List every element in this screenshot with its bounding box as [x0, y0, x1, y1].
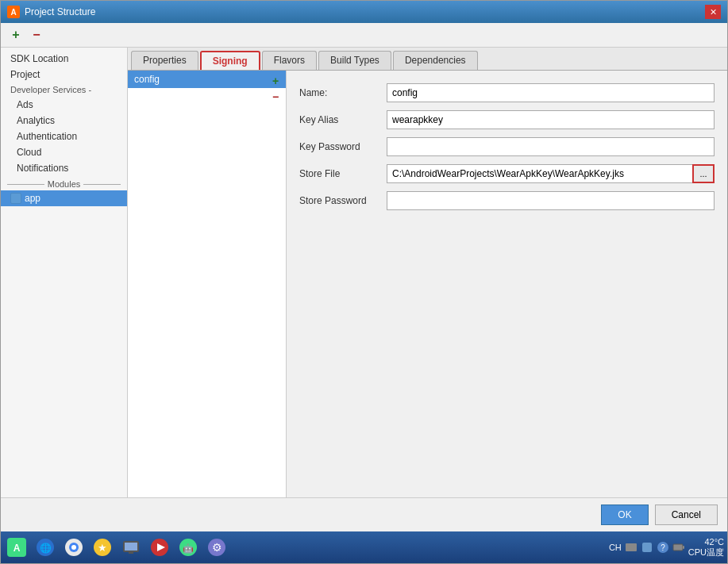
remove-button[interactable]: − — [28, 26, 45, 44]
details-panel: Name: Key Alias Key Password Sto — [287, 71, 727, 497]
tab-properties[interactable]: Properties — [131, 51, 198, 70]
taskbar-play-icon[interactable] — [147, 535, 172, 560]
svg-text:🤖: 🤖 — [183, 543, 194, 554]
key-password-input[interactable] — [387, 137, 715, 156]
config-item-config[interactable]: config — [128, 71, 286, 88]
svg-point-6 — [71, 545, 76, 550]
key-password-row: Key Password — [299, 137, 715, 156]
taskbar-settings-icon[interactable]: ⚙ — [204, 535, 229, 560]
browse-button[interactable]: ... — [692, 164, 715, 183]
svg-rect-22 — [673, 544, 683, 551]
close-button[interactable]: ✕ — [705, 5, 721, 19]
taskbar-android-icon[interactable]: A — [4, 535, 29, 560]
project-structure-window: A Project Structure ✕ + − SDK Location P… — [0, 0, 728, 564]
app-icon: A — [7, 6, 20, 18]
sidebar-item-analytics[interactable]: Analytics — [1, 113, 127, 129]
taskbar-android2-icon[interactable]: 🤖 — [175, 535, 201, 560]
store-password-label: Store Password — [299, 195, 387, 206]
window-title: Project Structure — [25, 6, 95, 17]
store-file-row: Store File ... — [299, 164, 715, 183]
config-list-actions: + − — [268, 74, 283, 104]
store-file-container: ... — [387, 164, 715, 183]
keyboard-icon — [625, 541, 637, 554]
svg-text:★: ★ — [98, 542, 107, 554]
config-list: config + − — [128, 71, 287, 497]
sidebar-item-cloud[interactable]: Cloud — [1, 144, 127, 160]
panel-body: config + − Name: — [128, 71, 727, 497]
right-panel: Properties Signing Flavors Build Types D… — [128, 48, 727, 497]
store-file-input[interactable] — [387, 164, 692, 183]
toolbar: + − — [1, 23, 727, 48]
svg-rect-23 — [683, 546, 684, 549]
sidebar: SDK Location Project Developer Services … — [1, 48, 128, 497]
svg-text:🌐: 🌐 — [40, 542, 52, 554]
taskbar: A 🌐 ★ 🤖 ⚙ CH ? 42°C — [1, 531, 727, 563]
taskbar-screen-icon[interactable] — [118, 535, 144, 560]
taskbar-clock: 42°C CPU温度 — [688, 537, 724, 558]
svg-text:A: A — [13, 543, 21, 554]
svg-text:?: ? — [661, 543, 665, 552]
taskbar-right: CH ? 42°C CPU温度 — [609, 537, 724, 558]
name-input[interactable] — [387, 83, 715, 102]
body-area: SDK Location Project Developer Services … — [1, 48, 727, 497]
sidebar-item-authentication[interactable]: Authentication — [1, 129, 127, 144]
key-alias-label: Key Alias — [299, 114, 387, 125]
store-password-input[interactable] — [387, 191, 715, 210]
network-icon — [641, 541, 653, 554]
taskbar-yellow-icon[interactable]: ★ — [90, 535, 115, 560]
svg-rect-19 — [642, 543, 652, 552]
title-bar: A Project Structure ✕ — [1, 1, 727, 23]
module-icon — [10, 193, 21, 204]
name-row: Name: — [299, 83, 715, 102]
question-icon: ? — [657, 541, 669, 554]
sidebar-item-notifications[interactable]: Notifications — [1, 160, 127, 176]
tab-dependencies[interactable]: Dependencies — [393, 51, 478, 70]
config-list-items: config — [128, 71, 286, 497]
sidebar-item-app[interactable]: app — [1, 190, 127, 206]
taskbar-earth-icon[interactable]: 🌐 — [33, 535, 58, 560]
sidebar-item-sdk-location[interactable]: SDK Location — [1, 51, 127, 67]
tabs-bar: Properties Signing Flavors Build Types D… — [128, 48, 727, 71]
config-remove-button[interactable]: − — [268, 90, 283, 104]
taskbar-chrome-icon[interactable] — [61, 535, 87, 560]
taskbar-ch-label: CH — [609, 543, 622, 552]
add-button[interactable]: + — [7, 26, 25, 44]
title-bar-left: A Project Structure — [7, 6, 95, 18]
tab-flavors[interactable]: Flavors — [262, 51, 317, 70]
svg-text:⚙: ⚙ — [212, 541, 222, 554]
modules-section-header: Modules — [1, 176, 127, 190]
svg-rect-10 — [125, 543, 137, 551]
store-password-row: Store Password — [299, 191, 715, 210]
svg-rect-18 — [626, 543, 637, 551]
title-bar-controls: ✕ — [705, 5, 721, 19]
sidebar-item-developer-services[interactable]: Developer Services - — [1, 82, 127, 97]
tab-signing[interactable]: Signing — [200, 51, 260, 70]
key-alias-input[interactable] — [387, 110, 715, 129]
ok-button[interactable]: OK — [601, 505, 648, 525]
config-add-button[interactable]: + — [268, 74, 283, 88]
bottom-bar: OK Cancel — [1, 497, 727, 531]
key-alias-row: Key Alias — [299, 110, 715, 129]
tab-build-types[interactable]: Build Types — [318, 51, 391, 70]
key-password-label: Key Password — [299, 141, 387, 152]
sidebar-item-project[interactable]: Project — [1, 67, 127, 82]
cancel-button[interactable]: Cancel — [655, 505, 718, 525]
svg-rect-11 — [129, 552, 133, 554]
battery-icon — [672, 541, 685, 554]
sidebar-item-ads[interactable]: Ads — [1, 97, 127, 113]
store-file-label: Store File — [299, 168, 387, 179]
name-label: Name: — [299, 87, 387, 98]
main-content: + − SDK Location Project Developer Servi… — [1, 23, 727, 531]
